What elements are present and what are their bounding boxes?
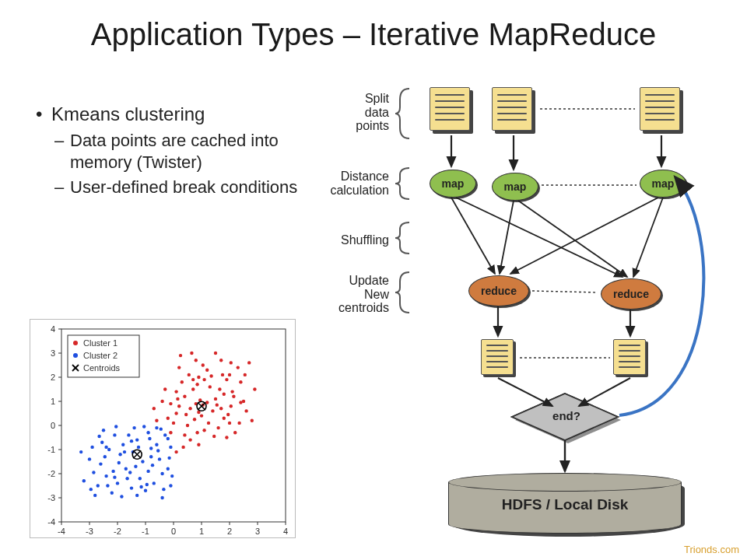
svg-point-112 bbox=[225, 436, 228, 439]
svg-point-61 bbox=[225, 378, 228, 381]
svg-point-92 bbox=[226, 413, 230, 416]
svg-point-83 bbox=[188, 407, 191, 410]
svg-point-108 bbox=[212, 435, 216, 438]
svg-point-121 bbox=[104, 474, 107, 478]
svg-point-43 bbox=[183, 395, 186, 398]
svg-point-63 bbox=[244, 409, 247, 412]
svg-text:-2: -2 bbox=[47, 469, 55, 478]
svg-point-136 bbox=[90, 446, 93, 449]
svg-line-208 bbox=[532, 291, 598, 292]
svg-point-172 bbox=[103, 455, 107, 458]
svg-text:-1: -1 bbox=[142, 527, 149, 536]
svg-line-202 bbox=[451, 198, 495, 274]
svg-point-75 bbox=[195, 359, 198, 362]
svg-line-207 bbox=[633, 198, 663, 277]
svg-point-2 bbox=[73, 341, 78, 345]
label-distance: Distance calculation bbox=[280, 170, 389, 197]
svg-text:1: 1 bbox=[51, 397, 55, 406]
svg-point-52 bbox=[202, 429, 205, 432]
svg-point-149 bbox=[110, 492, 114, 495]
svg-point-89 bbox=[230, 404, 233, 408]
svg-point-116 bbox=[195, 383, 198, 386]
svg-point-104 bbox=[179, 354, 182, 357]
svg-point-3 bbox=[73, 353, 78, 358]
svg-point-50 bbox=[228, 373, 231, 376]
svg-point-131 bbox=[167, 467, 170, 471]
svg-point-171 bbox=[128, 471, 132, 474]
slide-title: Application Types – Iterative MapReduce bbox=[0, 17, 747, 52]
svg-point-53 bbox=[188, 438, 191, 441]
legend-centroids: Centroids bbox=[83, 363, 121, 373]
svg-point-115 bbox=[239, 401, 242, 404]
svg-point-174 bbox=[146, 483, 149, 486]
svg-point-152 bbox=[96, 484, 100, 487]
svg-point-94 bbox=[216, 403, 219, 406]
svg-point-97 bbox=[193, 418, 196, 421]
svg-point-67 bbox=[200, 414, 203, 417]
reduce-node-1: reduce bbox=[468, 275, 529, 306]
svg-point-185 bbox=[113, 475, 116, 478]
svg-point-180 bbox=[89, 488, 93, 491]
svg-point-117 bbox=[202, 363, 205, 366]
svg-text:3: 3 bbox=[255, 527, 260, 536]
input-doc-2 bbox=[492, 87, 532, 131]
hdfs-cylinder: HDFS / Local Disk bbox=[448, 473, 682, 534]
svg-point-59 bbox=[181, 380, 184, 383]
svg-text:-3: -3 bbox=[86, 527, 93, 536]
svg-text:0: 0 bbox=[171, 527, 176, 536]
svg-point-71 bbox=[183, 433, 186, 436]
svg-point-42 bbox=[174, 411, 177, 415]
svg-point-186 bbox=[130, 439, 133, 443]
watermark: Trionds.com bbox=[684, 544, 739, 555]
svg-point-65 bbox=[211, 409, 214, 412]
svg-point-99 bbox=[184, 413, 188, 416]
svg-point-101 bbox=[209, 374, 212, 377]
svg-point-90 bbox=[202, 378, 205, 381]
svg-text:-3: -3 bbox=[47, 493, 55, 502]
svg-point-122 bbox=[118, 453, 121, 456]
svg-point-55 bbox=[251, 419, 254, 422]
svg-point-177 bbox=[134, 465, 137, 468]
svg-point-143 bbox=[121, 443, 124, 446]
svg-point-153 bbox=[169, 484, 172, 487]
svg-point-46 bbox=[197, 376, 200, 379]
svg-point-184 bbox=[149, 446, 153, 450]
svg-point-93 bbox=[181, 446, 184, 449]
svg-point-163 bbox=[156, 449, 160, 452]
svg-point-66 bbox=[191, 387, 195, 390]
bullet-3: User-defined break conditions bbox=[34, 177, 299, 198]
label-split: Split data points bbox=[280, 92, 389, 133]
svg-point-102 bbox=[218, 387, 221, 390]
svg-point-98 bbox=[219, 407, 223, 410]
svg-point-139 bbox=[107, 448, 110, 451]
svg-point-118 bbox=[221, 373, 224, 376]
svg-point-134 bbox=[155, 443, 158, 446]
svg-point-137 bbox=[139, 477, 142, 480]
svg-point-128 bbox=[146, 431, 149, 434]
svg-point-135 bbox=[116, 481, 119, 485]
svg-point-125 bbox=[160, 472, 163, 475]
svg-point-182 bbox=[123, 450, 126, 453]
svg-point-130 bbox=[82, 479, 86, 482]
svg-point-62 bbox=[237, 366, 240, 369]
svg-point-187 bbox=[104, 446, 107, 449]
legend-cluster1: Cluster 1 bbox=[83, 338, 117, 348]
svg-point-167 bbox=[160, 427, 163, 430]
end-label: end? bbox=[545, 409, 588, 422]
svg-point-169 bbox=[151, 464, 154, 467]
map-node-3: map bbox=[640, 170, 686, 198]
svg-point-138 bbox=[169, 446, 172, 449]
svg-point-60 bbox=[209, 385, 212, 388]
svg-point-79 bbox=[174, 450, 177, 453]
svg-point-107 bbox=[232, 395, 235, 398]
svg-point-126 bbox=[113, 433, 116, 436]
svg-point-76 bbox=[205, 369, 209, 372]
svg-point-164 bbox=[114, 425, 117, 428]
svg-point-168 bbox=[167, 437, 170, 440]
svg-point-120 bbox=[93, 494, 96, 497]
svg-point-95 bbox=[237, 422, 240, 425]
svg-text:0: 0 bbox=[51, 421, 55, 430]
bullet-list: Kmeans clustering Data points are cached… bbox=[34, 103, 299, 198]
svg-point-119 bbox=[228, 422, 231, 425]
brace-shuf bbox=[394, 221, 412, 255]
